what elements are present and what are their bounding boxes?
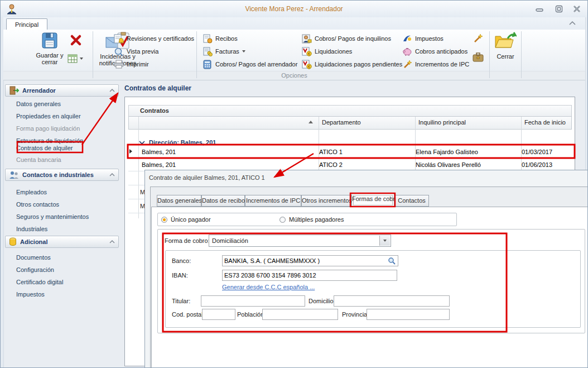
facturas-button[interactable]: Facturas (203, 46, 245, 57)
save-close-label: Guardar y cerrar (31, 52, 69, 65)
sidebar-item-configuracion[interactable]: Configuración (16, 266, 117, 276)
delete-button[interactable] (70, 34, 85, 47)
sidebar-item-seguros[interactable]: Seguros y mantenimientos (16, 213, 117, 223)
door-icon (9, 86, 19, 95)
ribbon-tab-row (3, 17, 585, 30)
restore-button[interactable] (553, 4, 565, 13)
svg-text:€: € (308, 52, 310, 56)
provincia-input[interactable] (367, 309, 450, 320)
liquidaciones-button[interactable]: € Liquidaciones (302, 46, 352, 57)
liquidaciones-icon: € (302, 47, 312, 56)
cobros-arrendador-button[interactable]: Cobros/ Pagos del arrendador (203, 59, 297, 70)
domicilio-input[interactable] (334, 295, 450, 307)
chevron-up-icon[interactable] (109, 87, 115, 94)
tab-formas-de-cobro[interactable]: Formas de cobro (351, 193, 394, 207)
chevron-down-icon[interactable] (379, 236, 390, 246)
impuestos-icon (402, 34, 412, 43)
sidebar-section-contactos[interactable]: Contactos e industriales (5, 169, 119, 181)
facturas-icon (203, 47, 213, 56)
forma-cobro-label: Forma de cobro: (165, 237, 210, 244)
grid-icon (68, 54, 78, 63)
sidebar-item-forma-pago[interactable]: Forma pago liquidación (16, 125, 117, 135)
sidebar-item-propiedades[interactable]: Propiedades en alquiler (16, 113, 117, 123)
grid-menu-button[interactable] (68, 52, 91, 65)
revisiones-button[interactable]: Revisiones y certificados (114, 33, 194, 44)
chevron-down-icon (139, 140, 145, 145)
chevron-down-icon (242, 50, 245, 52)
tab-datos-recibo[interactable]: Datos de recibo (201, 195, 245, 207)
facturas-label: Facturas (215, 48, 239, 55)
sidebar-item-cuenta-bancaria[interactable]: Cuenta bancaria (16, 156, 117, 166)
section-title: Arrendador (22, 87, 56, 94)
sort-asc-icon[interactable] (309, 121, 313, 123)
cod-postal-label: Cod. postal: (172, 311, 205, 318)
chevron-up-icon[interactable] (109, 171, 115, 178)
sidebar-item-impuestos[interactable]: Impuestos (16, 291, 117, 301)
cerrar-icon (494, 32, 517, 52)
ribbon-separator (489, 31, 490, 78)
column-header-fecha[interactable]: Fecha de inicio (524, 119, 566, 126)
svg-text:€: € (308, 65, 310, 69)
briefcase-icon (473, 52, 484, 62)
sidebar-item-datos-generales[interactable]: Datos generales (16, 101, 117, 111)
radio-unselected-icon (279, 217, 286, 223)
radio-selected-icon (161, 217, 167, 223)
minimize-button[interactable] (533, 5, 546, 14)
table-row[interactable]: Balmes, 201 ATICO 1 Elena Fajardo Galist… (128, 146, 572, 159)
bank-search-icon[interactable] (386, 256, 397, 266)
generate-from-ccc-link[interactable]: Generar desde C.C.C española ... (222, 284, 315, 290)
sidebar-item-certificado[interactable]: Certificado digital (16, 279, 117, 289)
impuestos-button[interactable]: Impuestos (402, 33, 444, 44)
sidebar-item-documentos[interactable]: Documentos (16, 254, 117, 264)
mini-wand-button[interactable] (473, 33, 486, 46)
sidebar-item-empleados[interactable]: Empleados (16, 189, 117, 199)
save-close-button[interactable]: Guardar y cerrar (30, 31, 69, 71)
imprimir-icon (114, 60, 124, 69)
liquidaciones-pendientes-label: Liquidaciones pagos pendientes (315, 61, 402, 68)
ribbon-group-opciones: Opciones (3, 71, 585, 80)
banco-label: Banco: (172, 257, 191, 264)
imprimir-button[interactable]: Imprimir (114, 59, 149, 70)
cerrar-label: Cerrar (497, 53, 514, 60)
sidebar-item-industriales[interactable]: Industriales (16, 226, 117, 236)
tab-datos-generales[interactable]: Datos generales (157, 195, 201, 207)
titular-label: Titular: (172, 298, 190, 304)
sidebar-item-contratos-alquiler[interactable]: Contratos de alquiler (16, 145, 117, 155)
cobros-inquilinos-button[interactable]: Cobros/ Pagos de inquilinos (302, 33, 391, 44)
poblacion-label: Población: (237, 311, 266, 318)
revisiones-icon (114, 34, 124, 44)
iban-label: IBAN: (172, 272, 188, 279)
cod-postal-input[interactable] (202, 309, 235, 320)
sidebar-item-otros-contactos[interactable]: Otros contactos (16, 201, 117, 211)
tab-otros-incrementos[interactable]: Otros incrementos (301, 195, 351, 207)
titular-input[interactable] (201, 295, 305, 307)
recibos-button[interactable]: Recibos (203, 33, 238, 44)
radio-unico-pagador[interactable]: Único pagador (161, 216, 211, 223)
table-band-contratos: Contratos (128, 105, 572, 117)
cerrar-button[interactable]: Cerrar (490, 31, 520, 71)
iban-input[interactable] (222, 270, 397, 281)
sidebar-section-arrendador[interactable]: Arrendador (5, 84, 119, 97)
tab-principal[interactable]: Principal (6, 18, 47, 31)
revisiones-label: Revisiones y certificados (127, 35, 194, 42)
cobros-arrendador-label: Cobros/ Pagos del arrendador (215, 61, 297, 68)
tab-contactos[interactable]: Contactos (394, 195, 429, 207)
forma-cobro-select[interactable]: Domiciliación (209, 235, 391, 247)
radio-multiples-pagadores[interactable]: Múltiples pagadores (279, 216, 344, 223)
dialog-title: Contrato de alquiler Balmes, 201, ATICO … (149, 174, 265, 181)
collapse-ribbon-icon[interactable] (568, 21, 576, 27)
poblacion-input[interactable] (262, 309, 338, 320)
mini-case-button[interactable] (473, 52, 486, 65)
chevron-up-icon[interactable] (109, 238, 115, 245)
vista-previa-button[interactable]: Vista previa (114, 46, 158, 57)
close-button[interactable] (571, 4, 583, 13)
cobros-anticipados-button[interactable]: Cobros anticipados (402, 46, 467, 57)
liquidaciones-pendientes-button[interactable]: € Liquidaciones pagos pendientes (302, 59, 402, 70)
delete-icon (70, 34, 82, 46)
incrementos-ipc-button[interactable]: Incrementos de IPC (402, 59, 469, 70)
column-header-inquilino[interactable]: Inquilino principal (418, 119, 466, 126)
banco-input[interactable] (222, 255, 398, 266)
tab-incrementos-ipc[interactable]: Incrementos de IPC (245, 195, 301, 207)
sidebar-section-adicional[interactable]: Adicional (5, 236, 119, 248)
column-header-departamento[interactable]: Departamento (322, 119, 361, 126)
